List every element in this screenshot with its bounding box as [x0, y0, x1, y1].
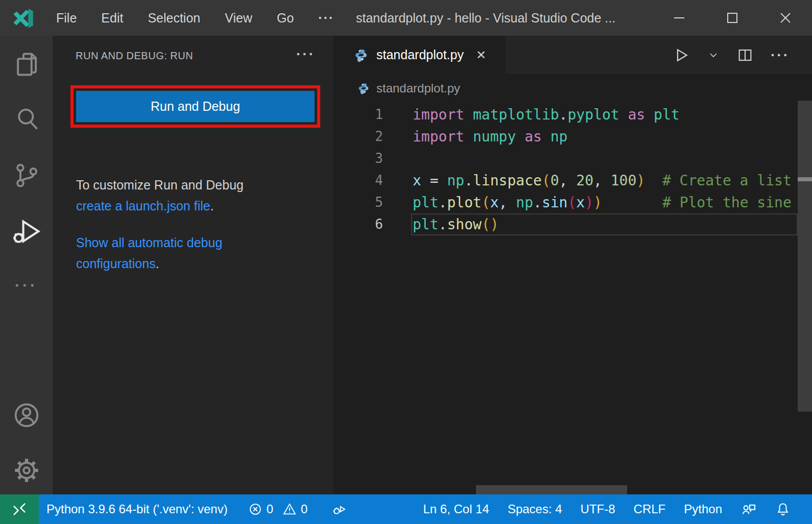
code-token — [645, 172, 662, 189]
feedback-icon[interactable] — [741, 501, 757, 517]
code-token: ) — [636, 172, 645, 189]
scrollbar-marker — [798, 177, 812, 181]
code-text[interactable]: import matplotlib.pyplot as plt — [413, 104, 812, 126]
code-token: ) — [593, 194, 602, 211]
search-icon[interactable] — [0, 103, 53, 135]
code-token: pyplot — [567, 106, 619, 123]
horizontal-scrollbar[interactable] — [476, 485, 627, 494]
settings-gear-icon[interactable] — [0, 455, 53, 486]
window-controls — [653, 0, 812, 36]
line-number[interactable]: 5 — [333, 192, 413, 213]
editor-more-icon[interactable]: ··· — [771, 50, 790, 60]
code-token: import — [413, 106, 464, 123]
line-number[interactable]: 4 — [333, 170, 413, 192]
code-text[interactable] — [413, 148, 812, 170]
encoding-status[interactable]: UTF-8 — [581, 502, 615, 516]
code-text[interactable]: plt.show() — [413, 213, 812, 235]
line-number[interactable]: 6 — [333, 213, 413, 235]
language-mode-status[interactable]: Python — [684, 502, 722, 516]
code-text[interactable]: plt.plot(x, np.sin(x)) # Plot the sine — [413, 192, 812, 213]
maximize-icon[interactable] — [706, 0, 759, 36]
problems-status[interactable]: 0 0 — [248, 502, 308, 516]
python-interpreter-status[interactable]: Python 3.9.6 64-bit ('.venv': venv) — [46, 502, 228, 516]
minimize-icon[interactable] — [653, 0, 706, 36]
code-token: np — [551, 128, 568, 145]
account-icon[interactable] — [0, 399, 53, 431]
menu-edit[interactable]: Edit — [89, 0, 135, 36]
run-and-debug-icon[interactable] — [0, 216, 53, 247]
code-token: matplotlib — [473, 106, 559, 123]
sidebar-title: RUN AND DEBUG: RUN — [76, 50, 193, 62]
code-token: plt — [413, 194, 439, 211]
status-bar-right: Ln 6, Col 14 Spaces: 4 UTF-8 CRLF Python — [423, 501, 812, 517]
code-line: 2import numpy as np — [333, 126, 812, 148]
status-bar: Python 3.9.6 64-bit ('.venv': venv) 0 0 … — [0, 494, 812, 524]
hint-period: . — [210, 199, 214, 213]
menu-selection[interactable]: Selection — [135, 0, 212, 36]
explorer-icon[interactable] — [0, 49, 53, 80]
line-number[interactable]: 2 — [333, 126, 413, 148]
breadcrumb-item[interactable]: standardplot.py — [376, 81, 460, 96]
code-text[interactable]: x = np.linspace(0, 20, 100) # Create a l… — [413, 170, 812, 192]
bell-icon[interactable] — [775, 502, 791, 517]
code-token — [464, 128, 473, 145]
code-text[interactable]: import numpy as np — [413, 126, 812, 148]
run-icon[interactable] — [673, 46, 690, 64]
source-control-icon[interactable] — [0, 159, 53, 191]
indentation-status[interactable]: Spaces: 4 — [508, 502, 562, 516]
code-token: . — [559, 106, 568, 123]
eol-status[interactable]: CRLF — [634, 502, 666, 516]
close-icon[interactable] — [759, 0, 812, 36]
code-lines: 1import matplotlib.pyplot as plt2import … — [333, 104, 812, 235]
cursor-position-status[interactable]: Ln 6, Col 14 — [423, 502, 489, 516]
menu-view[interactable]: View — [212, 0, 265, 36]
menu-more-icon[interactable]: ··· — [306, 0, 346, 36]
code-token: show — [447, 216, 481, 233]
code-token: # Create a list — [662, 172, 792, 189]
code-line: 5plt.plot(x, np.sin(x)) # Plot the sine — [333, 192, 812, 213]
window-title: standardplot.py - hello - Visual Studio … — [356, 0, 615, 36]
show-debug-configs-link[interactable]: Show all automatic debug — [76, 235, 222, 250]
code-token — [619, 106, 628, 123]
split-editor-icon[interactable] — [737, 47, 753, 63]
title-bar: File Edit Selection View Go ··· standard… — [0, 0, 812, 36]
code-token — [542, 128, 551, 145]
activity-more-icon[interactable]: ··· — [0, 270, 53, 301]
sidebar-more-icon[interactable]: ··· — [296, 46, 315, 62]
code-editor[interactable]: 1import matplotlib.pyplot as plt2import … — [333, 102, 812, 494]
code-line: 4x = np.linspace(0, 20, 100) # Create a … — [333, 170, 812, 192]
code-token: , — [559, 172, 577, 189]
code-token: x — [490, 194, 499, 211]
debug-icon[interactable] — [331, 502, 346, 517]
code-token: as — [628, 106, 645, 123]
menu-go[interactable]: Go — [265, 0, 306, 36]
code-token: = — [421, 172, 447, 189]
code-token: x — [413, 172, 421, 189]
code-line: 3 — [333, 148, 812, 170]
code-line: 1import matplotlib.pyplot as plt — [333, 104, 812, 126]
remote-indicator-icon[interactable] — [0, 494, 39, 524]
run-and-debug-sidebar: RUN AND DEBUG: RUN ··· Run and Debug To … — [53, 36, 333, 494]
code-token: , — [593, 172, 611, 189]
show-configurations-hint: Show all automatic debug configurations. — [76, 232, 222, 274]
show-debug-configs-link-2[interactable]: configurations — [76, 256, 156, 271]
code-token: numpy — [473, 128, 516, 145]
run-and-debug-button[interactable]: Run and Debug — [76, 91, 315, 122]
tab-label: standardplot.py — [376, 47, 464, 62]
code-token: ) — [585, 194, 593, 211]
code-token: ( — [542, 172, 551, 189]
breadcrumb[interactable]: standardplot.py — [333, 74, 812, 102]
chevron-down-icon[interactable] — [707, 49, 720, 61]
error-count: 0 — [267, 502, 273, 516]
line-number[interactable]: 3 — [333, 148, 413, 170]
code-token: as — [524, 128, 542, 145]
menu-file[interactable]: File — [44, 0, 89, 36]
create-launch-json-link[interactable]: create a launch.json file — [76, 199, 210, 213]
code-token: 20 — [576, 172, 593, 189]
tab-close-icon[interactable]: ✕ — [476, 48, 486, 62]
line-number[interactable]: 1 — [333, 104, 413, 126]
vertical-scrollbar[interactable] — [798, 101, 812, 412]
tab-standardplot[interactable]: standardplot.py ✕ — [333, 36, 505, 74]
warnings-icon — [282, 502, 297, 516]
code-token: plt — [413, 216, 439, 233]
